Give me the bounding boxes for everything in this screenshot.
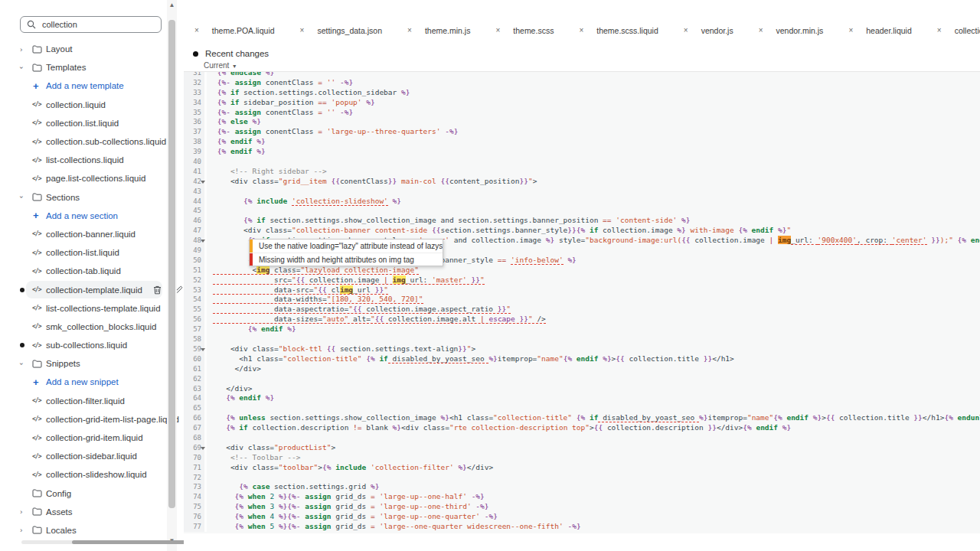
close-tab-icon[interactable]: ×	[937, 27, 942, 34]
sidebar-item-sections[interactable]: ›Sections	[0, 188, 167, 207]
code-file-icon: </>	[32, 119, 46, 126]
sidebar-item-collection-list-liquid[interactable]: </>collection-list.liquid	[0, 243, 167, 262]
code-line-62: 62	[184, 374, 980, 384]
folder-icon	[32, 507, 46, 516]
close-tab-icon[interactable]: ×	[759, 27, 763, 34]
chevron-down-icon[interactable]: ›	[18, 67, 25, 69]
code-line-57: 57 {% endif %}	[184, 324, 980, 334]
tab-theme-scss-liquid[interactable]: ×theme.scss.liquid	[579, 26, 658, 35]
code-text: data-src="{{ climg_url }}"	[207, 285, 388, 295]
sidebar-item-collection-sub-collections-liquid[interactable]: </>collection.sub-collections.liquid	[0, 132, 167, 151]
tab-vendor-min-js[interactable]: ×vendor.min.js	[759, 26, 824, 35]
item-label: Locales	[46, 526, 77, 535]
tab-collection-liquid[interactable]: ×collection.liquid	[937, 26, 980, 35]
sidebar-item-add-a-new-snippet[interactable]: +Add a new snippet	[0, 373, 167, 391]
code-text: {% else %}	[207, 117, 261, 127]
sidebar-item-sub-collections-liquid[interactable]: </>sub-collections.liquid	[0, 336, 167, 354]
sidebar-item-collection-tab-liquid[interactable]: </>collection-tab.liquid	[0, 262, 167, 280]
close-tab-icon[interactable]: ×	[495, 27, 500, 34]
sidebar-item-collection-filter-liquid[interactable]: </>collection-filter.liquid	[0, 392, 167, 410]
code-line-55: 55 data-aspectratio="{{ collection.image…	[184, 305, 980, 315]
line-number: 61	[184, 364, 207, 374]
line-number: 42	[184, 177, 207, 187]
sidebar-item-assets[interactable]: ›Assets	[0, 503, 167, 521]
tab-theme-min-js[interactable]: ×theme.min.js	[407, 26, 470, 35]
code-line-44: 44 {% include 'collection-slideshow' %}	[184, 197, 980, 207]
chevron-down-icon[interactable]: ›	[18, 363, 25, 365]
sidebar-item-layout[interactable]: ›Layout	[0, 40, 167, 58]
sidebar-item-collection-grid-item-list-page-liquid[interactable]: </>collection-grid-item-list-page.liquid	[0, 410, 167, 429]
code-text: {% if sidebar_position == 'popup' %}	[207, 98, 375, 108]
fold-arrow-icon[interactable]	[201, 447, 205, 450]
line-number: 44	[184, 197, 207, 207]
tab-theme-scss[interactable]: ×theme.scss	[495, 26, 554, 35]
chevron-right-icon[interactable]: ›	[20, 508, 22, 516]
sidebar-item-collection-sidebar-liquid[interactable]: </>collection-sidebar.liquid	[0, 447, 167, 465]
sidebar-item-collection-banner-liquid[interactable]: </>collection-banner.liquid	[0, 225, 167, 243]
sidebar-item-list-collections-liquid[interactable]: </>list-collections.liquid	[0, 151, 167, 169]
lint-warning-text: Use the native loading="lazy" attribute …	[253, 240, 443, 253]
line-number: 36	[184, 117, 207, 127]
sidebar-item-list-collections-template-liquid[interactable]: </>list-collections-template.liquid	[0, 299, 167, 318]
item-label: collection-slideshow.liquid	[46, 470, 147, 479]
line-number: 65	[184, 403, 207, 413]
line-number: 72	[184, 473, 207, 483]
code-line-72: 72	[184, 473, 980, 483]
close-tab-icon[interactable]: ×	[407, 27, 412, 34]
tab-vendor-js[interactable]: ×vendor.js	[684, 26, 733, 35]
scroll-up-icon[interactable]: ▲	[168, 2, 175, 9]
lint-warning: Missing width and height attributes on i…	[250, 253, 443, 266]
sidebar-item-collection-list-liquid[interactable]: </>collection.list.liquid	[0, 114, 167, 132]
close-tab-icon[interactable]: ×	[684, 27, 688, 34]
sidebar-item-locales[interactable]: ›Locales	[0, 521, 167, 540]
search-input[interactable]	[42, 20, 142, 29]
code-line-68: 68	[184, 433, 980, 443]
version-label: Current	[204, 61, 229, 70]
trash-icon[interactable]	[153, 285, 162, 295]
close-tab-icon[interactable]: ×	[194, 27, 199, 34]
chevron-down-icon[interactable]: ›	[18, 196, 25, 198]
close-tab-icon[interactable]: ×	[848, 27, 853, 34]
line-number: 51	[184, 266, 207, 276]
code-text: src="{{ collection.image | img_url: 'mas…	[207, 276, 485, 285]
modified-dot-icon	[20, 288, 24, 292]
sidebar-item-add-a-new-section[interactable]: +Add a new section	[0, 207, 167, 225]
line-number: 34	[184, 98, 207, 108]
version-dropdown[interactable]: Current▾	[204, 61, 236, 70]
code-file-icon: </>	[32, 435, 46, 442]
sidebar-item-templates[interactable]: ›Templates	[0, 58, 167, 77]
modified-dot-icon	[193, 51, 198, 57]
tab-header-liquid[interactable]: ×header.liquid	[848, 26, 911, 35]
sidebar-item-collection-liquid[interactable]: </>collection.liquid	[0, 96, 167, 114]
code-line-33: 33 {% if section.settings.collection_sid…	[184, 88, 980, 98]
line-number: 75	[184, 502, 207, 512]
sidebar-scrollbar[interactable]: ▲ ▼	[167, 0, 177, 551]
file-tree: ›Layout›Templates+Add a new template</>c…	[0, 40, 167, 540]
scrollbar-thumb[interactable]	[168, 20, 175, 508]
sidebar-item-smk-collection-blocks-liquid[interactable]: </>smk_collection_blocks.liquid	[0, 318, 167, 336]
sidebar-item-add-a-new-template[interactable]: +Add a new template	[0, 77, 167, 95]
tab-theme-poa-liquid[interactable]: ×theme.POA.liquid	[194, 26, 275, 35]
code-editor[interactable]: 31 {% endcase %}32 {%- assign conentClas…	[184, 71, 980, 533]
code-line-43: 43	[184, 187, 980, 197]
chevron-right-icon[interactable]: ›	[20, 45, 22, 53]
line-number: 39	[184, 147, 207, 157]
item-label: collection.sub-collections.liquid	[46, 137, 166, 146]
code-line-67: 67 {% if collection.description != blank…	[184, 423, 980, 433]
sidebar-item-collection-template-liquid[interactable]: </>collection-template.liquid	[0, 280, 167, 298]
sidebar-item-collection-grid-item-liquid[interactable]: </>collection-grid-item.liquid	[0, 429, 167, 447]
close-tab-icon[interactable]: ×	[579, 27, 583, 34]
sidebar-item-config[interactable]: Config	[0, 484, 167, 503]
item-label: collection-sidebar.liquid	[46, 452, 137, 461]
chevron-right-icon[interactable]: ›	[20, 527, 22, 534]
fold-arrow-icon[interactable]	[201, 240, 205, 243]
tab-settings-data-json[interactable]: ×settings_data.json	[300, 26, 383, 35]
search-box[interactable]	[20, 16, 162, 33]
sidebar-item-collection-slideshow-liquid[interactable]: </>collection-slideshow.liquid	[0, 465, 167, 484]
code-text: <div class="productList">	[207, 443, 335, 453]
fold-arrow-icon[interactable]	[201, 348, 205, 351]
sidebar-item-snippets[interactable]: ›Snippets	[0, 354, 167, 373]
fold-arrow-icon[interactable]	[201, 181, 205, 184]
close-tab-icon[interactable]: ×	[300, 27, 305, 34]
sidebar-item-page-list-collections-liquid[interactable]: </>page.list-collections.liquid	[0, 169, 167, 187]
